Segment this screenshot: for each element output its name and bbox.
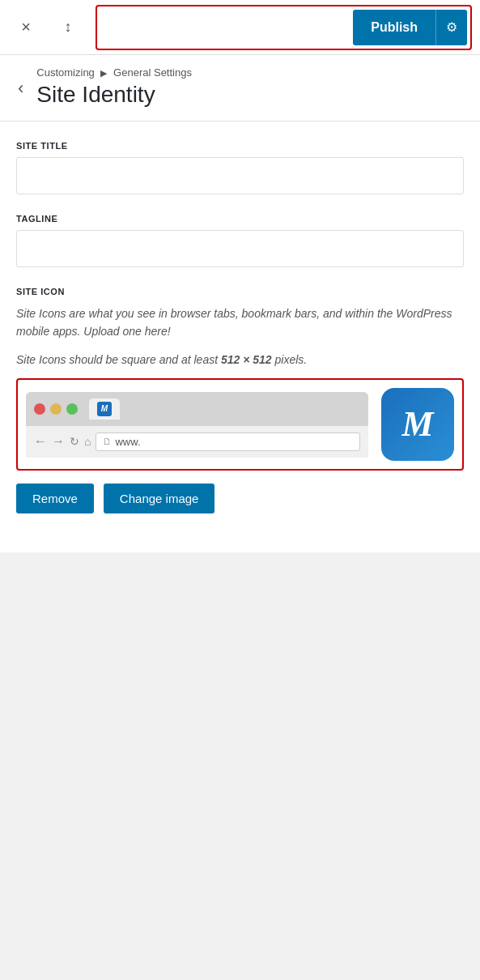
tab-favicon-letter: M <box>101 404 108 413</box>
large-icon-letter: M <box>401 407 433 442</box>
site-title-input[interactable] <box>16 157 464 194</box>
tagline-group: TAGLINE <box>16 214 464 267</box>
site-icon-label: SITE ICON <box>16 287 464 296</box>
close-button[interactable]: × <box>8 10 44 45</box>
site-title-label: SITE TITLE <box>16 141 464 151</box>
publish-area: Publish ⚙ <box>96 5 472 50</box>
sort-button[interactable]: ↕ <box>50 10 86 45</box>
remove-button[interactable]: Remove <box>16 484 94 513</box>
dot-red <box>34 403 45 415</box>
address-bar: 🗋 www. <box>96 432 360 451</box>
site-icon-group: SITE ICON Site Icons are what you see in… <box>16 287 464 513</box>
site-icon-dimensions: 512 × 512 <box>221 353 272 366</box>
page-icon: 🗋 <box>103 437 112 446</box>
breadcrumb: Customizing ▶ General Settings <box>36 66 467 79</box>
large-icon-preview: M <box>381 388 454 461</box>
site-icon-description-2: Site Icons should be square and at least… <box>16 351 464 369</box>
back-button[interactable]: ‹ <box>13 78 28 99</box>
sidebar-header: ‹ Customizing ▶ General Settings Site Id… <box>0 55 480 121</box>
breadcrumb-section: General Settings <box>113 66 192 79</box>
dot-green <box>66 403 78 415</box>
content-area: SITE TITLE TAGLINE SITE ICON Site Icons … <box>0 121 480 552</box>
tagline-input[interactable] <box>16 230 464 267</box>
home-icon: ⌂ <box>84 435 91 448</box>
address-text: www. <box>115 436 140 448</box>
dot-yellow <box>50 403 62 415</box>
gear-button[interactable]: ⚙ <box>435 10 467 45</box>
site-title-group: SITE TITLE <box>16 141 464 194</box>
change-image-button[interactable]: Change image <box>104 484 215 513</box>
publish-button[interactable]: Publish <box>353 10 435 45</box>
breadcrumb-arrow: ▶ <box>100 68 107 78</box>
browser-tab-item: M <box>89 398 120 420</box>
back-arrow-icon: ← <box>34 434 47 449</box>
site-icon-description-1: Site Icons are what you see in browser t… <box>16 305 464 341</box>
reload-icon: ↻ <box>70 435 79 448</box>
page-title: Site Identity <box>36 82 467 108</box>
header-text: Customizing ▶ General Settings Site Iden… <box>36 66 467 108</box>
breadcrumb-parent: Customizing <box>36 66 95 79</box>
tab-favicon: M <box>97 402 112 416</box>
forward-arrow-icon: → <box>52 434 65 449</box>
toolbar: × ↕ Publish ⚙ <box>0 0 480 55</box>
browser-tab-bar: M <box>26 392 368 426</box>
browser-nav-bar: ← → ↻ ⌂ 🗋 www. <box>26 426 368 458</box>
browser-mock: M ← → ↻ ⌂ 🗋 www. <box>26 392 368 458</box>
icon-preview-box: M ← → ↻ ⌂ 🗋 www. M <box>16 378 464 471</box>
action-buttons: Remove Change image <box>16 484 464 513</box>
tagline-label: TAGLINE <box>16 214 464 224</box>
